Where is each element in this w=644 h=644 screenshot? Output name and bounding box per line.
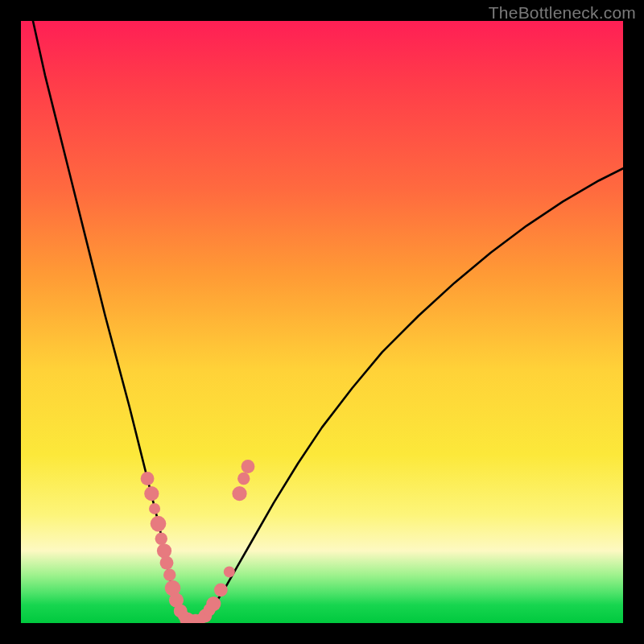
scatter-dot <box>144 486 159 501</box>
scatter-dot <box>237 473 250 485</box>
watermark-text: TheBottleneck.com <box>489 3 636 23</box>
plot-area <box>21 21 623 623</box>
scatter-dot <box>214 583 228 597</box>
scatter-dots <box>141 460 255 623</box>
scatter-dot <box>163 568 175 580</box>
scatter-dot <box>242 460 255 473</box>
outer-frame: TheBottleneck.com <box>0 0 644 644</box>
scatter-dot <box>160 556 174 570</box>
scatter-dot <box>155 533 167 545</box>
bottleneck-curve <box>33 21 623 622</box>
scatter-dot <box>206 597 221 611</box>
scatter-dot <box>151 516 167 532</box>
scatter-dot <box>232 486 246 501</box>
scatter-dot <box>149 503 160 514</box>
scatter-dot <box>224 566 235 577</box>
scatter-dot <box>141 472 155 485</box>
scatter-dot <box>157 543 171 558</box>
chart-svg <box>21 21 623 623</box>
